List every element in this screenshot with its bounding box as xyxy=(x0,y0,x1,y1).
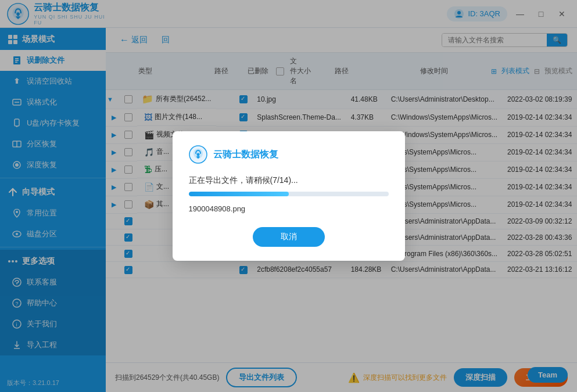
progress-bar xyxy=(189,192,389,196)
modal-dialog: 云骑士数据恢复 正在导出文件，请稍候(7/14)... 1900048908.p… xyxy=(173,131,405,261)
modal-title-row: 云骑士数据恢复 xyxy=(189,145,389,164)
modal-cancel-button[interactable]: 取消 xyxy=(253,227,325,247)
modal-status-text: 正在导出文件，请稍候(7/14)... xyxy=(189,175,389,186)
modal-title: 云骑士数据恢复 xyxy=(213,149,278,161)
modal-filename: 1900048908.png xyxy=(189,204,389,213)
modal-overlay: 云骑士数据恢复 正在导出文件，请稍候(7/14)... 1900048908.p… xyxy=(0,0,577,392)
svg-point-33 xyxy=(196,153,199,156)
modal-logo-icon xyxy=(189,145,207,164)
progress-bar-fill xyxy=(189,192,289,196)
